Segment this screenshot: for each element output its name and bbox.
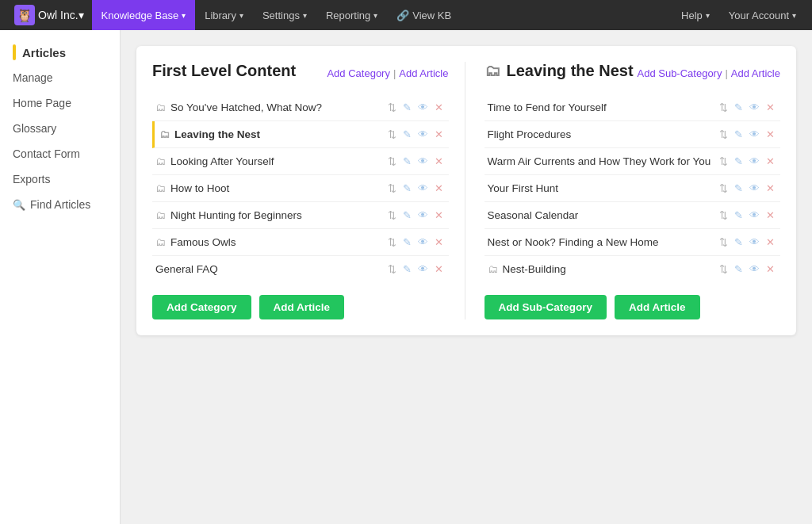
view-icon[interactable]: 👁: [416, 235, 431, 250]
edit-icon[interactable]: ✎: [732, 235, 745, 250]
add-article-button[interactable]: Add Article: [259, 295, 345, 319]
move-icon[interactable]: ⇅: [385, 235, 399, 250]
view-icon[interactable]: 👁: [747, 235, 762, 250]
sidebar-item-exports[interactable]: Exports: [0, 166, 120, 192]
list-item: 🗂 Nest-Building ⇅ ✎ 👁 ✕: [485, 256, 781, 282]
right-add-subcategory-link[interactable]: Add Sub-Category: [638, 67, 722, 79]
move-icon[interactable]: ⇅: [717, 154, 730, 169]
move-icon[interactable]: ⇅: [717, 208, 730, 223]
edit-icon[interactable]: ✎: [732, 181, 745, 196]
delete-icon[interactable]: ✕: [764, 181, 777, 196]
item-actions: ⇅ ✎ 👁 ✕: [385, 100, 446, 115]
search-icon: 🔍: [13, 199, 25, 211]
item-label: Time to Fend for Yourself: [488, 101, 607, 113]
folder-icon: 🗂: [155, 182, 166, 194]
edit-icon[interactable]: ✎: [732, 208, 745, 223]
view-icon[interactable]: 👁: [416, 154, 431, 169]
delete-icon[interactable]: ✕: [432, 262, 446, 277]
right-add-article-link[interactable]: Add Article: [731, 67, 780, 79]
view-icon[interactable]: 👁: [416, 100, 431, 115]
edit-icon[interactable]: ✎: [400, 100, 414, 115]
brand[interactable]: 🦉 Owl Inc. ▾: [6, 0, 92, 30]
delete-icon[interactable]: ✕: [764, 208, 777, 223]
delete-icon[interactable]: ✕: [432, 100, 446, 115]
item-label: 🗂 Night Hunting for Beginners: [155, 209, 302, 221]
view-icon[interactable]: 👁: [747, 208, 762, 223]
view-icon[interactable]: 👁: [747, 100, 762, 115]
right-panel: 🗂 Leaving the Nest Add Sub-Category | Ad…: [481, 62, 781, 319]
sidebar-item-contact-form[interactable]: Contact Form: [0, 141, 120, 166]
delete-icon[interactable]: ✕: [432, 154, 446, 169]
page-layout: Articles Manage Home Page Glossary Conta…: [0, 30, 812, 524]
view-icon[interactable]: 👁: [747, 181, 762, 196]
left-add-article-link[interactable]: Add Article: [399, 67, 448, 79]
view-icon[interactable]: 👁: [416, 181, 431, 196]
list-item: Your First Hunt ⇅ ✎ 👁 ✕: [485, 175, 781, 202]
sidebar-item-find-articles[interactable]: 🔍 Find Articles: [0, 192, 120, 217]
move-icon[interactable]: ⇅: [717, 127, 730, 142]
reporting-caret: ▾: [373, 11, 377, 20]
edit-icon[interactable]: ✎: [400, 181, 414, 196]
move-icon[interactable]: ⇅: [385, 127, 399, 142]
view-icon[interactable]: 👁: [416, 262, 431, 277]
item-label: General FAQ: [155, 263, 218, 275]
edit-icon[interactable]: ✎: [732, 154, 745, 169]
item-label: Nest or Nook? Finding a New Home: [488, 236, 659, 248]
edit-icon[interactable]: ✎: [400, 262, 414, 277]
item-actions: ⇅ ✎ 👁 ✕: [385, 208, 446, 223]
left-panel: First Level Content Add Category | Add A…: [152, 62, 465, 319]
nav-settings[interactable]: Settings ▾: [253, 0, 316, 30]
view-icon[interactable]: 👁: [416, 127, 431, 142]
view-icon[interactable]: 👁: [747, 127, 762, 142]
list-item: 🗂 Looking After Yourself ⇅ ✎ 👁 ✕: [152, 148, 449, 175]
move-icon[interactable]: ⇅: [717, 262, 730, 277]
item-label: Warm Air Currents and How They Work for …: [488, 155, 711, 167]
sidebar-item-manage[interactable]: Manage: [0, 65, 120, 90]
edit-icon[interactable]: ✎: [732, 127, 745, 142]
move-icon[interactable]: ⇅: [385, 262, 399, 277]
view-icon[interactable]: 👁: [747, 262, 762, 277]
edit-icon[interactable]: ✎: [732, 262, 745, 277]
right-add-article-button[interactable]: Add Article: [615, 295, 700, 319]
nav-reporting[interactable]: Reporting ▾: [316, 0, 387, 30]
edit-icon[interactable]: ✎: [400, 235, 414, 250]
nav-library[interactable]: Library ▾: [195, 0, 253, 30]
list-item: 🗂 So You've Hatched, What Now? ⇅ ✎ 👁 ✕: [152, 94, 449, 121]
add-category-button[interactable]: Add Category: [152, 295, 251, 319]
delete-icon[interactable]: ✕: [764, 154, 777, 169]
delete-icon[interactable]: ✕: [764, 127, 777, 142]
move-icon[interactable]: ⇅: [717, 100, 730, 115]
item-actions: ⇅ ✎ 👁 ✕: [717, 181, 777, 196]
nav-account[interactable]: Your Account ▾: [719, 0, 806, 30]
edit-icon[interactable]: ✎: [400, 127, 414, 142]
move-icon[interactable]: ⇅: [717, 181, 730, 196]
delete-icon[interactable]: ✕: [432, 208, 446, 223]
move-icon[interactable]: ⇅: [385, 181, 399, 196]
right-panel-header: 🗂 Leaving the Nest Add Sub-Category | Ad…: [485, 62, 781, 85]
edit-icon[interactable]: ✎: [400, 208, 414, 223]
delete-icon[interactable]: ✕: [432, 181, 446, 196]
help-caret: ▾: [706, 11, 710, 20]
add-sub-category-button[interactable]: Add Sub-Category: [485, 295, 607, 319]
delete-icon[interactable]: ✕: [764, 235, 777, 250]
move-icon[interactable]: ⇅: [717, 235, 730, 250]
view-kb-button[interactable]: 🔗 View KB: [387, 0, 461, 30]
sidebar-item-glossary[interactable]: Glossary: [0, 116, 120, 141]
edit-icon[interactable]: ✎: [732, 100, 745, 115]
sidebar-item-home-page[interactable]: Home Page: [0, 90, 120, 116]
view-icon[interactable]: 👁: [747, 154, 762, 169]
item-actions: ⇅ ✎ 👁 ✕: [717, 235, 777, 250]
move-icon[interactable]: ⇅: [385, 154, 399, 169]
view-icon[interactable]: 👁: [416, 208, 431, 223]
delete-icon[interactable]: ✕: [764, 262, 777, 277]
move-icon[interactable]: ⇅: [385, 208, 399, 223]
edit-icon[interactable]: ✎: [400, 154, 414, 169]
delete-icon[interactable]: ✕: [432, 235, 446, 250]
delete-icon[interactable]: ✕: [764, 100, 777, 115]
move-icon[interactable]: ⇅: [385, 100, 399, 115]
delete-icon[interactable]: ✕: [432, 127, 446, 142]
nav-help[interactable]: Help ▾: [672, 0, 719, 30]
folder-icon-large: 🗂: [485, 62, 500, 80]
left-add-category-link[interactable]: Add Category: [327, 67, 390, 79]
nav-knowledge-base[interactable]: Knowledge Base ▾: [92, 0, 196, 30]
